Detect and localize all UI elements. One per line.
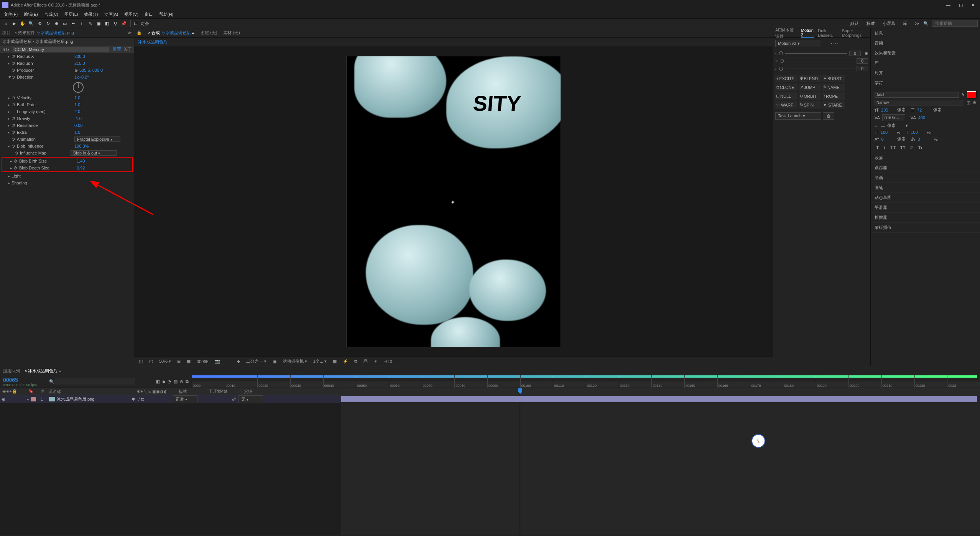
tab-project[interactable]: 项目	[2, 30, 11, 36]
panel-maskinterp[interactable]: 蒙版插值	[871, 223, 980, 233]
eraser-tool-icon[interactable]: ◧	[104, 20, 110, 27]
radius-x-value[interactable]: 200.0	[74, 54, 85, 59]
tool-stare[interactable]: ⭘STARE	[822, 101, 845, 109]
italic-button[interactable]: T	[882, 144, 888, 151]
tool-orbit[interactable]: ⊙ORBIT	[799, 92, 821, 100]
tool-clone[interactable]: ⧉CLONE	[775, 84, 797, 91]
tab-motion2[interactable]: Motion 2	[801, 28, 814, 38]
tab-footage[interactable]: 素材 (无)	[223, 30, 240, 36]
panel-info[interactable]: 信息	[871, 28, 980, 38]
snapshot-icon[interactable]: 📷	[213, 359, 222, 364]
stopwatch-icon[interactable]: ⏱	[12, 123, 15, 128]
menu-window[interactable]: 窗口	[142, 11, 155, 18]
producer-value[interactable]: 585.5, 800.0	[79, 68, 103, 72]
font-dropdown[interactable]: Arial	[875, 92, 959, 98]
stopwatch-icon[interactable]: ⏱	[12, 144, 15, 148]
parent-dropdown[interactable]: 无 ▾	[238, 395, 263, 403]
search-icon[interactable]: 🔍	[923, 21, 929, 26]
menu-view[interactable]: 视图(V)	[122, 11, 141, 18]
subscript-button[interactable]: T₁	[917, 144, 924, 151]
fast-preview-icon[interactable]: ⚡	[341, 359, 350, 364]
close-button[interactable]: ✕	[971, 3, 975, 8]
timecode-display[interactable]: 00065	[195, 359, 210, 364]
font-size-value[interactable]: 285	[881, 108, 895, 112]
stopwatch-icon[interactable]: ⏱	[14, 166, 18, 170]
hscale-value[interactable]: 100	[911, 130, 924, 135]
panel-sketch[interactable]: 动态草图	[871, 193, 980, 203]
menu-file[interactable]: 文件(F)	[2, 11, 20, 18]
tab-timeline-comp[interactable]: × 冰水成品调色后 ≡	[25, 368, 61, 374]
panel-brush[interactable]: 画笔	[871, 183, 980, 193]
ws-more[interactable]: ≫	[911, 20, 923, 27]
stopwatch-icon[interactable]: ⏱	[14, 159, 18, 163]
comp-mini-flowchart-icon[interactable]: ◧	[156, 379, 160, 384]
stopwatch-icon[interactable]: ⏱	[12, 96, 15, 100]
orbit-tool-icon[interactable]: ⟲	[36, 20, 43, 27]
stopwatch-icon[interactable]: ⏱	[12, 75, 15, 79]
time-ruler[interactable]: 0000000100002000030000400005000060000700…	[192, 375, 980, 388]
canvas[interactable]: SITY ◈	[346, 56, 561, 347]
effect-header[interactable]: ▼ fx CC Mr. Mercury 重置 关于	[0, 46, 134, 53]
channel-icon[interactable]: ◆	[235, 359, 242, 364]
res-icon[interactable]: ⊞	[176, 359, 182, 364]
stopwatch-icon[interactable]: ⏱	[12, 130, 15, 135]
blob-influence-value[interactable]: 100.0%	[74, 144, 89, 148]
stopwatch-icon[interactable]: ⏱	[12, 68, 15, 72]
ws-standard[interactable]: 标准	[863, 20, 879, 27]
transparency-icon[interactable]: ▦	[185, 359, 192, 364]
blend-mode-dropdown[interactable]: 正常 ▾	[173, 395, 197, 403]
layer-duration-bar[interactable]	[341, 396, 977, 402]
menu-anim[interactable]: 动画(A)	[102, 11, 121, 18]
panel-tracker[interactable]: 跟踪器	[871, 163, 980, 173]
motion-blur-icon[interactable]: ⊘	[180, 379, 183, 384]
pixel-icon[interactable]: ▦	[331, 359, 338, 364]
menu-edit[interactable]: 编辑(E)	[21, 11, 40, 18]
maximize-button[interactable]: ▢	[959, 3, 963, 8]
stopwatch-icon[interactable]: ⏱	[15, 151, 18, 155]
search-icon[interactable]: 🔍	[49, 379, 54, 384]
lock-icon[interactable]: 🔒	[136, 30, 142, 35]
zoom-tool-icon[interactable]: 🔍	[28, 20, 35, 27]
stopwatch-icon[interactable]: ⏱	[12, 54, 15, 59]
blob-birth-value[interactable]: 1.40	[77, 159, 85, 163]
stroke-swatch[interactable]: ◫	[967, 100, 970, 105]
resolution-dropdown[interactable]: 二分之一 ▾	[245, 358, 268, 364]
panel-paint[interactable]: 绘画	[871, 173, 980, 183]
col-parent[interactable]: 父级	[242, 388, 341, 395]
stamp clone-tool-icon[interactable]: ▣	[95, 20, 102, 27]
help-search-input[interactable]	[932, 20, 978, 27]
tool-blend[interactable]: ❋BLEND	[799, 75, 821, 82]
stopwatch-icon[interactable]: ⏱	[12, 61, 15, 66]
composition-viewer[interactable]: SITY ◈	[134, 46, 773, 357]
effect-reset[interactable]: 重置	[110, 46, 123, 52]
camera-dropdown[interactable]: 活动摄像机 ▾	[281, 358, 309, 364]
slider-handle[interactable]	[780, 59, 784, 63]
slider-handle[interactable]	[779, 51, 783, 55]
panel-paragraph[interactable]: 段落	[871, 153, 980, 163]
leading-value[interactable]: 72	[917, 108, 931, 112]
tool-warp[interactable]: 〰WARP	[775, 101, 797, 109]
eyedropper-icon[interactable]: ✎	[961, 92, 965, 97]
tool-name[interactable]: ✎NAME	[822, 84, 845, 91]
panel-wiggler[interactable]: 摇摆器	[871, 213, 980, 223]
velocity-value[interactable]: 1.0	[74, 95, 80, 100]
longevity-value[interactable]: 2.0	[74, 109, 80, 114]
bold-button[interactable]: T	[875, 144, 880, 151]
frame-blend-icon[interactable]: ▤	[174, 379, 178, 384]
timeline-track-area[interactable]	[341, 395, 980, 535]
resistance-value[interactable]: 0.00	[74, 123, 82, 128]
timeline-icon[interactable]: ⧉	[353, 359, 359, 364]
panel-library[interactable]: 库	[871, 58, 980, 68]
col-mode[interactable]: 模式	[176, 388, 207, 395]
effect-name[interactable]: CC Mr. Mercury	[13, 47, 109, 52]
task-launch-dropdown[interactable]: Task Launch ▾	[775, 112, 821, 120]
slider-handle[interactable]	[779, 67, 783, 71]
tool-spin[interactable]: ↻SPIN	[799, 101, 821, 109]
tab-duik[interactable]: Duik Bassel1	[818, 28, 838, 38]
playhead[interactable]	[520, 395, 520, 535]
tool-rope[interactable]: ⌇ROPE	[822, 92, 845, 100]
birth-rate-value[interactable]: 1.0	[74, 102, 80, 107]
menu-effect[interactable]: 效果(T)	[82, 11, 100, 18]
pen-tool-icon[interactable]: ✒	[70, 20, 77, 27]
col-source[interactable]: 源名称	[46, 388, 134, 395]
